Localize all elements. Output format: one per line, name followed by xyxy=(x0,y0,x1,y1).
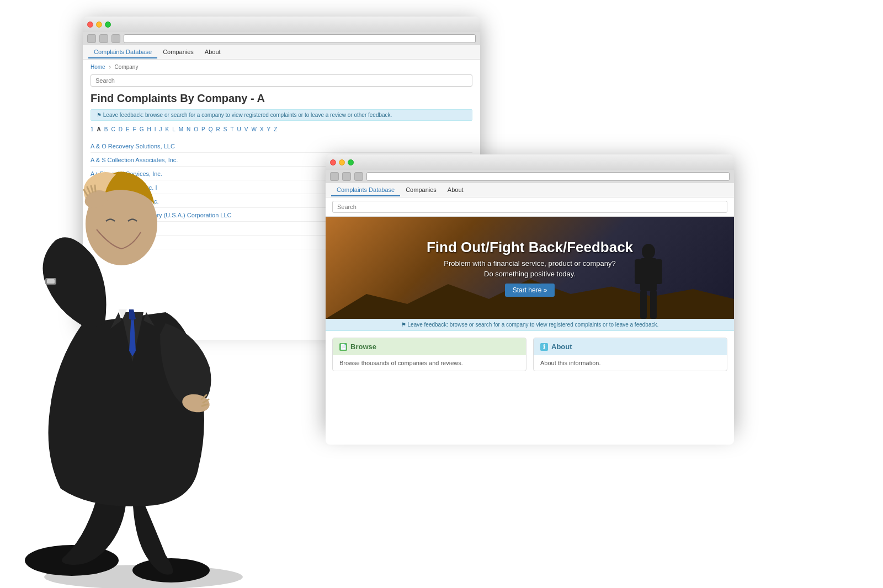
minimize-button[interactable] xyxy=(96,22,102,28)
front-titlebar xyxy=(326,154,734,170)
address-bar[interactable] xyxy=(366,172,730,181)
back-toolbar xyxy=(83,32,480,45)
front-browser-window: Complaints Database Companies About Find… xyxy=(326,154,734,430)
front-search-row xyxy=(326,197,734,217)
about-card-header: ℹ About xyxy=(534,338,727,355)
front-search-input[interactable] xyxy=(332,201,727,213)
reload-button[interactable] xyxy=(111,34,120,43)
hero-subtitle2: Do something positive today. xyxy=(427,270,633,278)
browse-card-title: Browse xyxy=(350,343,376,351)
address-bar[interactable] xyxy=(124,34,476,43)
search-wrapper xyxy=(91,74,472,87)
breadcrumb-current: Company xyxy=(115,64,139,70)
forward-nav-button[interactable] xyxy=(99,34,108,43)
front-site-nav: Complaints Database Companies About xyxy=(326,183,734,197)
about-card: ℹ About About this information. xyxy=(533,338,727,371)
nav-tab-complaints-db[interactable]: Complaints Database xyxy=(88,46,157,58)
about-card-title: About xyxy=(551,343,572,351)
browse-card-header: 📄 Browse xyxy=(333,338,526,355)
back-nav-button[interactable] xyxy=(330,172,339,181)
reload-button[interactable] xyxy=(354,172,363,181)
forward-nav-button[interactable] xyxy=(342,172,351,181)
front-nav-companies[interactable]: Companies xyxy=(400,184,442,196)
nav-tab-about[interactable]: About xyxy=(199,46,226,58)
svg-rect-4 xyxy=(640,290,647,319)
front-nav-about[interactable]: About xyxy=(442,184,469,196)
person-silhouette xyxy=(629,242,668,319)
about-card-body: About this information. xyxy=(534,355,727,371)
businessman-svg xyxy=(0,114,287,588)
cards-row: 📄 Browse Browse thousands of companies a… xyxy=(326,331,734,378)
nav-tab-companies[interactable]: Companies xyxy=(157,46,199,58)
search-input[interactable] xyxy=(91,74,472,87)
back-site-nav: Complaints Database Companies About xyxy=(83,45,480,60)
about-icon: ℹ xyxy=(540,343,548,351)
svg-rect-5 xyxy=(650,290,657,319)
maximize-button[interactable] xyxy=(105,22,111,28)
hero-cta-button[interactable]: Start here » xyxy=(505,284,555,297)
page-heading: Find Complaints By Company - A xyxy=(91,92,472,105)
hero-title: Find Out/Fight Back/Feedback xyxy=(427,239,633,256)
browse-icon: 📄 xyxy=(339,343,347,351)
svg-rect-1 xyxy=(640,258,657,291)
close-button[interactable] xyxy=(330,159,336,165)
svg-rect-3 xyxy=(656,259,662,284)
svg-rect-2 xyxy=(635,259,641,284)
hero-subtitle: Problem with a financial service, produc… xyxy=(427,259,633,268)
person-figure xyxy=(0,114,287,588)
back-titlebar xyxy=(83,17,480,32)
breadcrumb-separator: › xyxy=(109,64,110,70)
front-nav-complaints-db[interactable]: Complaints Database xyxy=(331,184,400,196)
breadcrumb: Home › Company xyxy=(91,64,472,70)
breadcrumb-home[interactable]: Home xyxy=(91,64,105,70)
svg-point-0 xyxy=(642,244,655,259)
back-nav-button[interactable] xyxy=(87,34,96,43)
hero-text: Find Out/Fight Back/Feedback Problem wit… xyxy=(427,239,633,297)
browse-card-body: Browse thousands of companies and review… xyxy=(333,355,526,371)
front-browser-content: Find Out/Fight Back/Feedback Problem wit… xyxy=(326,197,734,445)
close-button[interactable] xyxy=(87,22,93,28)
front-feedback-banner: ⚑ Leave feedback: browse or search for a… xyxy=(326,319,734,331)
maximize-button[interactable] xyxy=(348,159,354,165)
svg-rect-13 xyxy=(47,279,55,284)
minimize-button[interactable] xyxy=(339,159,345,165)
hero-banner: Find Out/Fight Back/Feedback Problem wit… xyxy=(326,217,734,319)
browse-card: 📄 Browse Browse thousands of companies a… xyxy=(332,338,526,371)
front-toolbar xyxy=(326,170,734,183)
